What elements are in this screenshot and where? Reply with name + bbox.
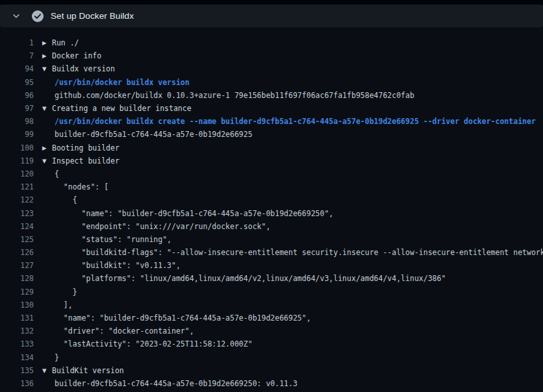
log-text: "buildkitd-flags": "--allow-insecure-ent… xyxy=(55,248,543,257)
log-text: "nodes": [ xyxy=(55,182,108,191)
log-text: "driver": "docker-container", xyxy=(55,326,194,336)
line-number-link[interactable]: 7 xyxy=(0,51,34,60)
chevron-down-icon[interactable] xyxy=(12,12,21,21)
line-number-link[interactable]: 130 xyxy=(0,300,34,310)
log-line: 131 "name": "builder-d9cfb5a1-c764-445a-… xyxy=(0,312,543,325)
log-line: 98/usr/bin/docker buildx create --name b… xyxy=(0,115,543,128)
log-text: "buildkit": "v0.11.3", xyxy=(55,261,181,270)
line-number-link[interactable]: 134 xyxy=(0,353,34,362)
line-number-link[interactable]: 127 xyxy=(0,261,34,270)
line-number-link[interactable]: 123 xyxy=(0,209,34,218)
page-background-strip xyxy=(0,0,543,5)
log-line[interactable]: 94▼Buildx version xyxy=(0,62,543,75)
line-number-link[interactable]: 126 xyxy=(0,248,34,257)
log-text: BuildKit version xyxy=(52,366,124,375)
log-line: 127 "buildkit": "v0.11.3", xyxy=(0,259,543,272)
step-title: Set up Docker Buildx xyxy=(51,11,134,21)
line-number-link[interactable]: 100 xyxy=(0,143,34,153)
triangle-expanded-icon[interactable]: ▼ xyxy=(34,66,52,72)
log-line: 134} xyxy=(0,351,543,364)
log-text: Booting builder xyxy=(52,143,120,153)
log-line[interactable]: 135▼BuildKit version xyxy=(0,364,543,377)
log-text: "status": "running", xyxy=(55,235,171,244)
log-text: "endpoint": "unix:///var/run/docker.sock… xyxy=(55,222,270,231)
log-text: /usr/bin/docker buildx create --name bui… xyxy=(55,117,536,126)
log-line: 128 "platforms": "linux/amd64,linux/amd6… xyxy=(0,272,543,285)
line-number-link[interactable]: 124 xyxy=(0,222,34,231)
triangle-expanded-icon[interactable]: ▼ xyxy=(34,367,52,374)
log-line: 132 "driver": "docker-container", xyxy=(0,325,543,337)
log-text: "name": "builder-d9cfb5a1-c764-445a-a57e… xyxy=(55,313,311,323)
log-line[interactable]: 7▶Docker info xyxy=(0,49,543,62)
triangle-collapsed-icon[interactable]: ▶ xyxy=(34,145,52,151)
triangle-collapsed-icon[interactable]: ▶ xyxy=(34,53,52,59)
log-line: 95/usr/bin/docker buildx version xyxy=(0,76,543,89)
log-text: builder-d9cfb5a1-c764-445a-a57e-0b19d2e6… xyxy=(55,130,253,139)
log-text: /usr/bin/docker buildx version xyxy=(55,78,190,87)
line-number-link[interactable]: 95 xyxy=(0,78,34,87)
log-line: 126 "buildkitd-flags": "--allow-insecure… xyxy=(0,246,543,259)
log-line: 136builder-d9cfb5a1-c764-445a-a57e-0b19d… xyxy=(0,377,543,390)
log-line: 129 } xyxy=(0,286,543,299)
log-text: } xyxy=(55,353,59,362)
line-number-link[interactable]: 128 xyxy=(0,274,34,283)
log-text: { xyxy=(55,195,77,204)
log-text: "lastActivity": "2023-02-25T11:58:12.000… xyxy=(55,339,253,349)
line-number-link[interactable]: 133 xyxy=(0,339,34,349)
triangle-collapsed-icon[interactable]: ▶ xyxy=(34,40,52,46)
log-line: 99builder-d9cfb5a1-c764-445a-a57e-0b19d2… xyxy=(0,128,543,141)
log-line[interactable]: 1▶Run ./ xyxy=(0,36,543,49)
triangle-expanded-icon[interactable]: ▼ xyxy=(34,158,52,164)
log-line: 133 "lastActivity": "2023-02-25T11:58:12… xyxy=(0,337,543,350)
log-line: 122 { xyxy=(0,193,543,206)
line-number-link[interactable]: 119 xyxy=(0,156,34,165)
log-area: 1▶Run ./7▶Docker info94▼Buildx version95… xyxy=(0,27,543,392)
log-text: "name": "builder-d9cfb5a1-c764-445a-a57e… xyxy=(55,209,333,218)
log-line[interactable]: 119▼Inspect builder xyxy=(0,154,543,167)
log-text: } xyxy=(55,288,77,297)
line-number-link[interactable]: 99 xyxy=(0,130,34,139)
triangle-expanded-icon[interactable]: ▼ xyxy=(34,105,52,112)
log-text: Run ./ xyxy=(52,38,79,47)
log-line: 121 "nodes": [ xyxy=(0,180,543,193)
log-text: builder-d9cfb5a1-c764-445a-a57e-0b19d2e6… xyxy=(55,379,297,388)
line-number-link[interactable]: 135 xyxy=(0,366,34,375)
log-text: Docker info xyxy=(52,51,101,60)
log-text: ], xyxy=(55,300,73,310)
log-lines: 1▶Run ./7▶Docker info94▼Buildx version95… xyxy=(0,36,543,390)
log-line: 123 "name": "builder-d9cfb5a1-c764-445a-… xyxy=(0,206,543,219)
log-text: { xyxy=(55,169,59,178)
line-number-link[interactable]: 131 xyxy=(0,313,34,323)
line-number-link[interactable]: 120 xyxy=(0,169,34,178)
log-line[interactable]: 100▶Booting builder xyxy=(0,141,543,154)
line-number-link[interactable]: 136 xyxy=(0,379,34,388)
log-line: 96github.com/docker/buildx 0.10.3+azure-… xyxy=(0,89,543,102)
line-number-link[interactable]: 122 xyxy=(0,195,34,204)
line-number-link[interactable]: 132 xyxy=(0,326,34,336)
log-line[interactable]: 97▼Creating a new builder instance xyxy=(0,102,543,115)
line-number-link[interactable]: 98 xyxy=(0,117,34,126)
log-line: 125 "status": "running", xyxy=(0,233,543,246)
log-text: Buildx version xyxy=(52,64,115,73)
step-header[interactable]: Set up Docker Buildx xyxy=(0,5,543,27)
line-number-link[interactable]: 129 xyxy=(0,288,34,297)
line-number-link[interactable]: 94 xyxy=(0,64,34,73)
line-number-link[interactable]: 97 xyxy=(0,104,34,113)
log-text: github.com/docker/buildx 0.10.3+azure-1 … xyxy=(55,91,414,100)
log-line: 120{ xyxy=(0,167,543,180)
line-number-link[interactable]: 1 xyxy=(0,38,34,47)
log-line: 124 "endpoint": "unix:///var/run/docker.… xyxy=(0,220,543,233)
check-circle-icon xyxy=(31,10,44,23)
log-text: Inspect builder xyxy=(52,156,120,165)
log-text: Creating a new builder instance xyxy=(52,104,192,113)
line-number-link[interactable]: 121 xyxy=(0,182,34,191)
line-number-link[interactable]: 96 xyxy=(0,91,34,100)
line-number-link[interactable]: 125 xyxy=(0,235,34,244)
log-line: 130 ], xyxy=(0,299,543,312)
log-text: "platforms": "linux/amd64,linux/amd64/v2… xyxy=(55,274,446,283)
